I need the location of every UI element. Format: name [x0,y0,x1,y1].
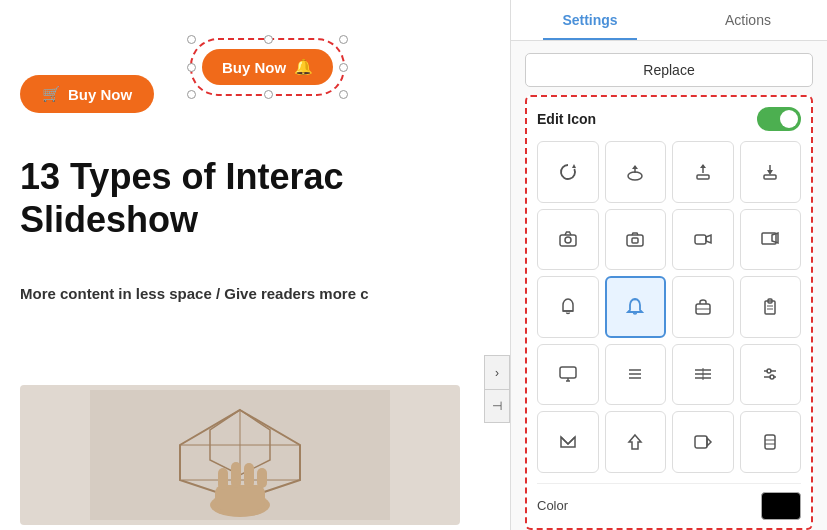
svg-rect-26 [695,235,706,244]
icon-list2[interactable] [672,344,734,406]
edit-icon-header: Edit Icon [537,107,801,131]
svg-rect-38 [560,367,576,378]
svg-rect-10 [244,463,254,488]
color-swatch[interactable] [761,492,801,520]
edit-icon-label: Edit Icon [537,111,596,127]
buy-now-button-left[interactable]: 🛒 Buy Now [20,75,154,113]
svg-rect-58 [765,435,775,449]
icon-settings[interactable] [740,344,802,406]
main-heading: 13 Types of Interac Slideshow [20,155,495,241]
right-panel: Settings Actions Replace Edit Icon [510,0,827,530]
edit-icon-panel: Edit Icon [525,95,813,530]
color-row: Color [537,483,801,528]
buy-now-button-selected[interactable]: Buy Now 🔔 [202,49,333,85]
svg-marker-57 [707,438,711,446]
collapse-right-arrow[interactable]: ⊣ [484,389,510,423]
handle-br[interactable] [339,90,348,99]
svg-rect-56 [695,436,707,448]
svg-point-53 [770,375,774,379]
icon-camera[interactable] [537,209,599,271]
svg-rect-16 [697,175,709,179]
svg-point-31 [634,298,636,300]
color-label: Color [537,498,568,513]
svg-marker-55 [629,435,641,449]
icon-camera2[interactable] [605,209,667,271]
selected-button-container: Buy Now 🔔 [190,38,345,96]
expand-right-arrow[interactable]: › [484,355,510,389]
svg-rect-19 [764,175,776,179]
icon-refresh[interactable] [537,141,599,203]
icon-timer[interactable] [740,411,802,473]
handle-mr[interactable] [339,63,348,72]
tab-settings[interactable]: Settings [511,0,669,40]
svg-marker-15 [632,165,638,169]
svg-marker-27 [706,235,711,243]
svg-marker-29 [772,233,778,243]
handle-tl[interactable] [187,35,196,44]
icon-clipboard[interactable] [740,276,802,338]
icon-upload[interactable] [672,141,734,203]
svg-rect-9 [231,462,241,488]
icon-briefcase[interactable] [672,276,734,338]
photo-area [20,385,460,525]
icon-grid [537,141,801,473]
handle-bc[interactable] [264,90,273,99]
handle-tr[interactable] [339,35,348,44]
side-arrows: › ⊣ [484,355,510,423]
icon-arrow-up[interactable] [605,411,667,473]
handle-ml[interactable] [187,63,196,72]
replace-button[interactable]: Replace [525,53,813,87]
svg-marker-18 [700,164,706,168]
icon-download[interactable] [740,141,802,203]
buy-now-label-left: Buy Now [68,86,132,103]
svg-rect-25 [632,238,638,243]
svg-point-13 [628,172,642,180]
handle-tc[interactable] [264,35,273,44]
bell-icon-selected: 🔔 [294,58,313,76]
svg-rect-24 [627,235,643,246]
cart-icon: 🛒 [42,85,61,103]
svg-point-23 [565,237,571,243]
icon-bell-outline[interactable] [605,276,667,338]
icon-mail[interactable] [537,411,599,473]
icon-cloud-upload[interactable] [605,141,667,203]
edit-icon-toggle[interactable] [757,107,801,131]
left-panel: 🛒 Buy Now Buy Now 🔔 13 Types of Interac … [0,0,510,530]
svg-rect-8 [218,468,228,490]
icon-screen-record[interactable] [740,209,802,271]
svg-marker-12 [572,164,576,168]
sub-heading: More content in less space / Give reader… [20,285,368,302]
icon-send[interactable] [672,411,734,473]
svg-rect-11 [257,468,267,488]
icon-monitor[interactable] [537,344,599,406]
icon-bell[interactable] [537,276,599,338]
hand-photo-svg [90,390,390,520]
tab-actions[interactable]: Actions [669,0,827,40]
handle-bl[interactable] [187,90,196,99]
tabs-container: Settings Actions [511,0,827,41]
buy-now-text-selected: Buy Now [222,59,286,76]
icon-video[interactable] [672,209,734,271]
icon-list[interactable] [605,344,667,406]
svg-point-50 [767,369,771,373]
